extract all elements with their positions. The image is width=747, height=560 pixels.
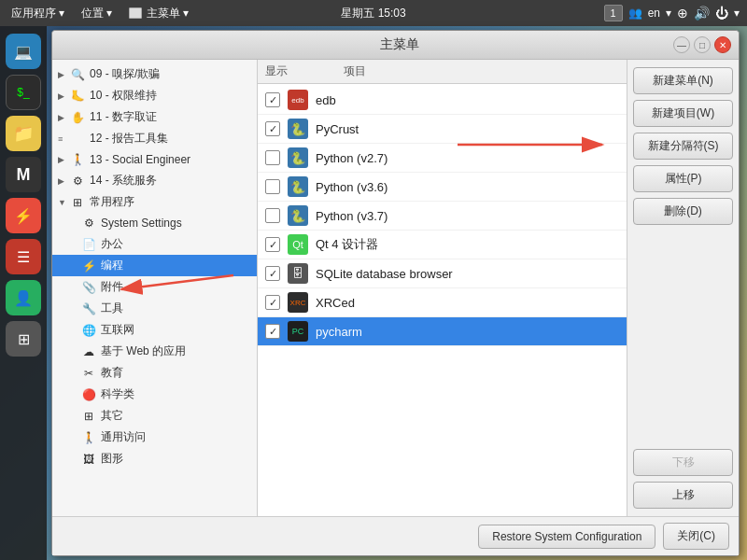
tree-item-programming[interactable]: ⚡编程 (52, 255, 257, 276)
tree-icon-internet: 🌐 (80, 323, 97, 338)
content-item-python36[interactable]: 🐍Python (v3.6) (258, 173, 627, 202)
main-menu-button[interactable]: 主菜单 ▾ (121, 4, 196, 23)
tree-item-12[interactable]: ≡12 - 报告工具集 (52, 128, 257, 149)
delete-button[interactable]: 删除(D) (633, 198, 733, 225)
app-name-python37: Python (v3.7) (316, 209, 619, 223)
content-item-xrced[interactable]: XRCXRCed (258, 288, 627, 317)
new-separator-button[interactable]: 新建分隔符(S) (633, 133, 733, 160)
tree-item-graphics[interactable]: 🖼图形 (52, 448, 257, 469)
main-dialog: 主菜单 — □ ✕ ▶🔍09 - 嗅探/欺骗▶🦶10 - 权限维持▶✋11 - … (51, 30, 740, 556)
content-item-python27[interactable]: 🐍Python (v2.7) (258, 144, 627, 173)
properties-button[interactable]: 属性(P) (633, 165, 733, 192)
tree-label-graphics: 图形 (101, 451, 251, 467)
maximize-button[interactable]: □ (694, 36, 711, 53)
tree-item-web[interactable]: ☁基于 Web 的应用 (52, 341, 257, 362)
taskbar-right: 1 👥 en ▾ ⊕ 🔊 ⏻ ▾ (604, 5, 747, 21)
window-controls: — □ ✕ (673, 36, 731, 53)
dock-icon-person[interactable]: 👤 (6, 280, 41, 315)
terminal-icon: $_ (17, 86, 29, 99)
checkbox-edb[interactable] (265, 92, 280, 107)
close-dialog-button[interactable]: 关闭(C) (663, 523, 729, 550)
tree-item-10[interactable]: ▶🦶10 - 权限维持 (52, 85, 257, 106)
checkbox-python37[interactable] (265, 208, 280, 223)
checkbox-xrced[interactable] (265, 295, 280, 310)
tree-label-science: 科学类 (101, 386, 251, 402)
checkbox-sqlite[interactable] (265, 266, 280, 281)
content-item-pycharm[interactable]: PCpycharm (258, 317, 627, 346)
new-item-button[interactable]: 新建项目(W) (633, 100, 733, 127)
tree-label-13: 13 - Social Engineer (90, 153, 251, 166)
close-button[interactable]: ✕ (714, 36, 731, 53)
app-name-xrced: XRCed (316, 296, 619, 310)
tree-label-other: 其它 (101, 408, 251, 424)
tree-arrow-13: ▶ (58, 155, 69, 164)
dock-icon-terminal[interactable]: $_ (6, 75, 41, 110)
apps-menu-button[interactable]: 应用程序 ▾ (4, 4, 72, 23)
dock-icon-pc[interactable]: 💻 (6, 34, 41, 69)
tree-item-14[interactable]: ▶⚙14 - 系统服务 (52, 170, 257, 191)
dock-icon-grid[interactable]: ⊞ (6, 321, 41, 357)
tree-panel[interactable]: ▶🔍09 - 嗅探/欺骗▶🦶10 - 权限维持▶✋11 - 数字取证≡12 - … (52, 60, 258, 516)
tree-icon-programming: ⚡ (80, 259, 97, 273)
lang-selector[interactable]: en (648, 7, 660, 20)
tree-item-common[interactable]: ▼⊞常用程序 (52, 191, 257, 213)
tree-item-other[interactable]: ⊞其它 (52, 405, 257, 427)
tree-arrow-10: ▶ (58, 91, 69, 101)
tree-label-access: 通用访问 (101, 429, 251, 445)
tree-item-settings[interactable]: ⚙System Settings (52, 213, 257, 233)
minimize-button[interactable]: — (673, 36, 690, 53)
tree-label-web: 基于 Web 的应用 (101, 343, 251, 359)
content-item-pycrst[interactable]: 🐍PyCrust (258, 115, 627, 144)
workspace-badge[interactable]: 1 (604, 5, 623, 21)
checkbox-pycrst[interactable] (265, 121, 280, 136)
app-icon-pycharm: PC (288, 321, 308, 342)
tree-item-13[interactable]: ▶🚶13 - Social Engineer (52, 149, 257, 170)
dock-icon-list[interactable]: ☰ (6, 239, 41, 274)
dialog-title: 主菜单 (125, 36, 673, 53)
content-item-edb[interactable]: edbedb (258, 86, 627, 115)
tree-item-edu[interactable]: ✂教育 (52, 362, 257, 384)
checkbox-pycharm[interactable] (265, 324, 280, 339)
tree-item-office[interactable]: 📄办公 (52, 233, 257, 255)
content-list[interactable]: edbedb🐍PyCrust🐍Python (v2.7)🐍Python (v3.… (258, 84, 627, 516)
tree-item-accessories[interactable]: 📎附件 (52, 276, 257, 298)
menu-window-icon (129, 7, 142, 19)
tree-item-internet[interactable]: 🌐互联网 (52, 319, 257, 341)
tree-item-access[interactable]: 🚶通用访问 (52, 427, 257, 448)
places-label: 位置 (81, 6, 104, 21)
places-menu-button[interactable]: 位置 ▾ (74, 4, 120, 23)
dock-icon-metasploit[interactable]: M (6, 157, 41, 192)
restore-button[interactable]: Restore System Configuration (478, 525, 655, 549)
dialog-footer: Restore System Configuration 关闭(C) (52, 516, 739, 555)
content-item-sqlite[interactable]: 🗄SQLite database browser (258, 259, 627, 288)
tree-item-science[interactable]: 🔴科学类 (52, 384, 257, 405)
tree-item-09[interactable]: ▶🔍09 - 嗅探/欺骗 (52, 63, 257, 85)
move-up-button[interactable]: 上移 (633, 482, 733, 509)
checkbox-python36[interactable] (265, 179, 280, 194)
checkbox-qt4[interactable] (265, 237, 280, 252)
content-panel: 显示 项目 edbedb🐍PyCrust🐍Python (v2.7)🐍Pytho… (258, 60, 627, 516)
tree-icon-web: ☁ (80, 344, 97, 359)
content-item-python37[interactable]: 🐍Python (v3.7) (258, 202, 627, 231)
metasploit-icon: M (17, 165, 31, 185)
new-menu-button[interactable]: 新建菜单(N) (633, 67, 733, 94)
checkbox-python27[interactable] (265, 150, 280, 165)
app-icon-qt4: Qt (288, 234, 308, 255)
col-item-label: 项目 (344, 63, 366, 79)
lang-chevron: ▾ (666, 7, 671, 20)
dock-icon-folder[interactable]: 📁 (6, 116, 41, 151)
dock-icon-lightning[interactable]: ⚡ (6, 198, 41, 233)
tree-label-12: 12 - 报告工具集 (90, 131, 251, 147)
tree-item-tools[interactable]: 🔧工具 (52, 298, 257, 319)
tree-arrow-11: ▶ (58, 113, 69, 122)
move-down-button[interactable]: 下移 (633, 449, 733, 476)
app-name-pycrst: PyCrust (316, 122, 619, 136)
tree-arrow-14: ▶ (58, 176, 69, 186)
person-icon: 👤 (14, 289, 33, 307)
tree-label-settings: System Settings (101, 217, 251, 230)
tree-label-programming: 编程 (101, 258, 251, 273)
tree-item-11[interactable]: ▶✋11 - 数字取证 (52, 106, 257, 128)
tree-label-09: 09 - 嗅探/欺骗 (90, 66, 251, 82)
content-item-qt4[interactable]: QtQt 4 设计器 (258, 231, 627, 259)
tree-arrow-12: ≡ (58, 134, 69, 144)
